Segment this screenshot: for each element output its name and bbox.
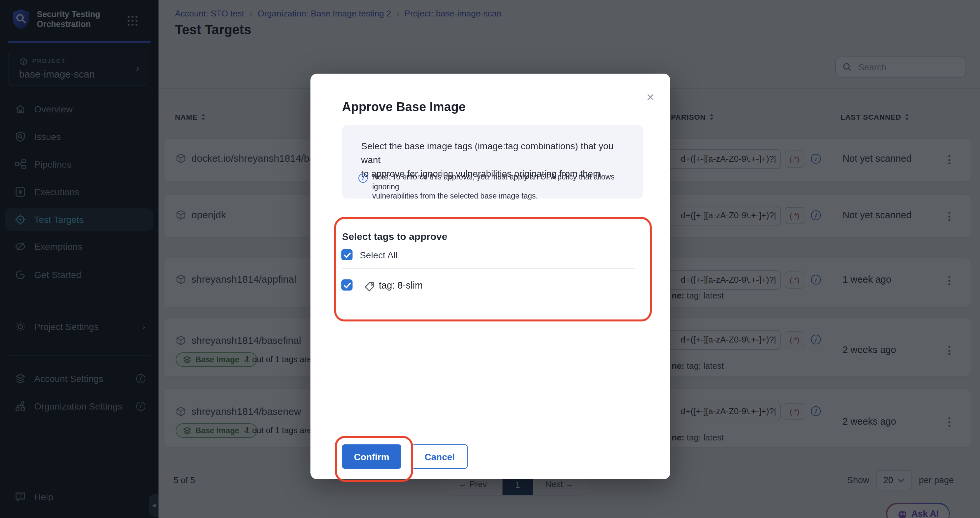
select-tags-heading: Select tags to approve bbox=[342, 231, 447, 242]
confirm-button[interactable]: Confirm bbox=[342, 444, 401, 469]
select-all-checkbox[interactable] bbox=[341, 249, 353, 260]
select-all-label: Select All bbox=[360, 250, 398, 260]
tag-item-label: tag: 8-slim bbox=[379, 280, 423, 291]
tag-icon bbox=[364, 281, 375, 292]
cancel-button[interactable]: Cancel bbox=[412, 444, 468, 469]
modal-title: Approve Base Image bbox=[342, 100, 466, 114]
close-icon[interactable]: × bbox=[646, 91, 654, 104]
approve-base-image-modal: × Approve Base Image Select the base ima… bbox=[310, 74, 670, 479]
tag-checkbox[interactable] bbox=[341, 280, 353, 291]
modal-info-panel: Select the base image tags (image:tag co… bbox=[342, 125, 643, 199]
divider bbox=[342, 268, 635, 269]
info-icon: i bbox=[358, 173, 368, 183]
app: Security Testing Orchestration PROJECT b… bbox=[0, 0, 980, 518]
modal-note: Note: To enforce this approval, you must… bbox=[372, 172, 629, 201]
